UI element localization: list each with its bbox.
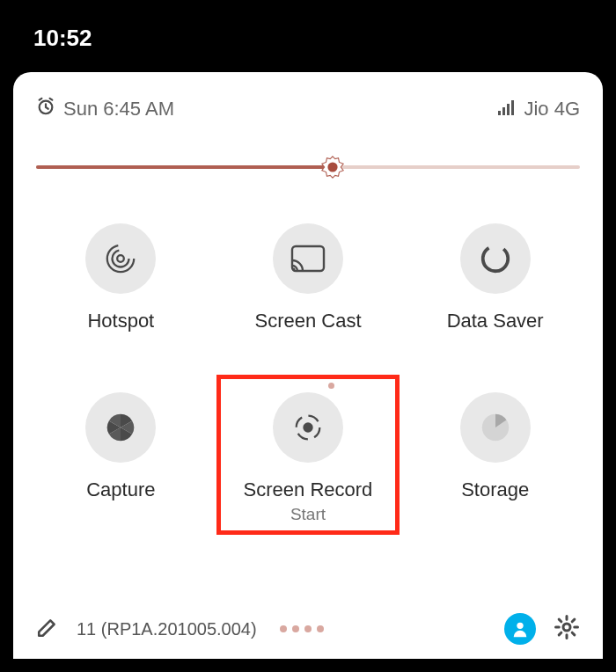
tile-label: Screen Record xyxy=(244,478,373,501)
status-time-group: Sun 6:45 AM xyxy=(36,97,174,121)
tiles-grid: Hotspot Screen Cast Data Saver xyxy=(36,223,580,524)
svg-point-15 xyxy=(517,623,523,629)
page-dot xyxy=(280,625,287,632)
svg-rect-1 xyxy=(498,111,501,115)
carrier-label: Jio 4G xyxy=(524,98,580,121)
gear-icon[interactable] xyxy=(554,614,580,644)
svg-rect-3 xyxy=(507,104,510,115)
device-clock: 10:52 xyxy=(0,0,616,52)
svg-point-6 xyxy=(118,255,125,262)
build-label: 11 (RP1A.201005.004) xyxy=(77,619,257,639)
signal-bars-icon xyxy=(498,98,516,121)
user-avatar[interactable] xyxy=(504,613,536,645)
tile-label: Hotspot xyxy=(87,310,154,332)
alarm-icon xyxy=(36,97,55,121)
tile-label: Screen Cast xyxy=(254,310,361,332)
tile-label: Storage xyxy=(461,478,529,501)
record-indicator-dot xyxy=(328,383,334,389)
svg-point-10 xyxy=(292,268,295,271)
hotspot-icon xyxy=(85,223,156,294)
svg-point-13 xyxy=(303,422,312,432)
page-dot xyxy=(317,625,324,632)
svg-point-5 xyxy=(327,162,337,172)
status-time: Sun 6:45 AM xyxy=(63,98,174,121)
tile-capture[interactable]: Capture xyxy=(36,392,206,524)
tile-screen-record[interactable]: Screen Record Start xyxy=(224,392,393,524)
svg-point-7 xyxy=(113,251,129,267)
tile-label: Data Saver xyxy=(447,310,544,332)
tile-storage[interactable]: Storage xyxy=(410,392,580,524)
edit-icon[interactable] xyxy=(36,616,59,642)
record-icon xyxy=(273,392,343,463)
tile-sublabel: Start xyxy=(290,505,326,524)
svg-point-16 xyxy=(563,624,570,631)
tile-screen-cast[interactable]: Screen Cast xyxy=(224,223,393,332)
page-indicator[interactable] xyxy=(280,625,324,632)
brightness-slider[interactable] xyxy=(36,165,580,169)
data-saver-icon xyxy=(460,223,531,294)
storage-icon xyxy=(460,392,531,463)
status-bar: Sun 6:45 AM Jio 4G xyxy=(36,97,580,121)
tile-hotspot[interactable]: Hotspot xyxy=(36,223,206,332)
svg-rect-4 xyxy=(511,100,514,115)
quick-settings-panel: Sun 6:45 AM Jio 4G Hotspot xyxy=(13,72,603,659)
status-network-group: Jio 4G xyxy=(498,98,580,121)
camera-shutter-icon xyxy=(85,392,156,463)
tile-label: Capture xyxy=(86,478,155,501)
cast-icon xyxy=(273,223,343,294)
page-dot xyxy=(292,625,299,632)
brightness-thumb[interactable] xyxy=(320,155,345,179)
footer-bar: 11 (RP1A.201005.004) xyxy=(36,599,580,659)
page-dot xyxy=(304,625,312,632)
tile-data-saver[interactable]: Data Saver xyxy=(410,223,580,332)
svg-rect-2 xyxy=(502,107,505,115)
svg-point-11 xyxy=(479,242,512,275)
slider-fill xyxy=(36,165,333,169)
